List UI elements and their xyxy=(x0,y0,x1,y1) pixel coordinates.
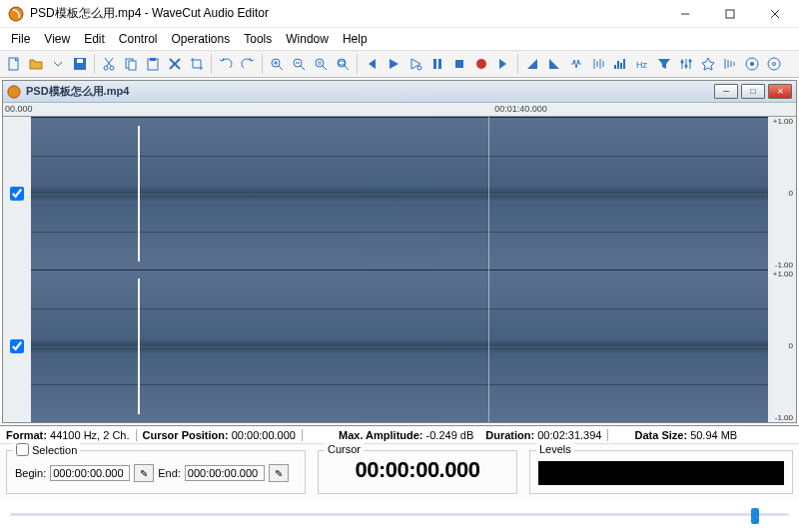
status-dur-label: Duration: xyxy=(485,429,534,441)
doc-maximize-button[interactable]: □ xyxy=(741,84,765,99)
time-label-start: 00.000 xyxy=(5,104,33,114)
svg-point-35 xyxy=(681,61,684,64)
status-cursor-value: 00:00:00.000 xyxy=(232,429,296,441)
status-format-value: 44100 Hz, 2 Ch. xyxy=(50,429,130,441)
svg-point-37 xyxy=(689,60,692,63)
status-format-label: Format: xyxy=(6,429,47,441)
toolbar: Hz xyxy=(0,50,799,78)
selection-enable-checkbox[interactable] xyxy=(16,443,29,456)
channel-checks xyxy=(3,117,31,422)
copy-icon[interactable] xyxy=(121,54,141,74)
doc-close-button[interactable]: ✕ xyxy=(768,84,792,99)
save-icon[interactable] xyxy=(70,54,90,74)
play-loop-icon[interactable] xyxy=(405,54,425,74)
menu-operations[interactable]: Operations xyxy=(165,32,238,46)
paste-icon[interactable] xyxy=(143,54,163,74)
cursor-time-display: 00:00:00.000 xyxy=(327,457,508,483)
svg-text:Hz: Hz xyxy=(636,60,647,70)
levels-group: Levels xyxy=(529,450,793,494)
selection-legend: Selection xyxy=(32,444,77,456)
menu-tools[interactable]: Tools xyxy=(237,32,279,46)
open-folder-icon[interactable] xyxy=(26,54,46,74)
svg-rect-13 xyxy=(150,58,156,61)
y-label: +1.00 xyxy=(773,117,793,126)
stop-icon[interactable] xyxy=(449,54,469,74)
settings-icon[interactable] xyxy=(742,54,762,74)
cursor-group: Cursor 00:00:00.000 xyxy=(318,450,517,494)
waveform-area[interactable] xyxy=(31,117,768,422)
effects-icon[interactable] xyxy=(698,54,718,74)
menu-view[interactable]: View xyxy=(37,32,77,46)
zoom-out-icon[interactable] xyxy=(289,54,309,74)
svg-point-0 xyxy=(9,7,23,21)
fade-out-icon[interactable] xyxy=(544,54,564,74)
waveform-channel-2[interactable] xyxy=(31,269,768,422)
equalizer-icon[interactable] xyxy=(610,54,630,74)
new-file-icon[interactable] xyxy=(4,54,24,74)
status-dur-value: 00:02:31.394 xyxy=(537,429,601,441)
bottom-panel: Selection Begin: ✎ End: ✎ Cursor 00:00:0… xyxy=(0,443,799,500)
svg-rect-30 xyxy=(433,59,436,69)
menu-control[interactable]: Control xyxy=(112,32,165,46)
status-amp-value: -0.249 dB xyxy=(426,429,474,441)
svg-rect-25 xyxy=(318,61,322,65)
zoom-fit-icon[interactable] xyxy=(333,54,353,74)
channel-2-checkbox[interactable] xyxy=(10,339,24,353)
selection-end-label: End: xyxy=(158,467,181,479)
reverb-icon[interactable] xyxy=(720,54,740,74)
svg-line-21 xyxy=(301,66,305,70)
dropdown-arrow-icon[interactable] xyxy=(48,54,68,74)
doc-minimize-button[interactable]: ─ xyxy=(714,84,738,99)
menu-file[interactable]: File xyxy=(4,32,37,46)
selection-begin-input[interactable] xyxy=(50,465,130,481)
zoom-slider-thumb[interactable] xyxy=(751,508,759,524)
svg-rect-7 xyxy=(77,59,83,63)
svg-point-33 xyxy=(476,59,486,69)
frequency-icon[interactable]: Hz xyxy=(632,54,652,74)
timeline-ruler[interactable]: 00.000 00:01:40.000 xyxy=(3,103,796,117)
skip-end-icon[interactable] xyxy=(493,54,513,74)
y-label: -1.00 xyxy=(775,261,793,269)
zoom-slider-row xyxy=(0,500,799,524)
crop-icon[interactable] xyxy=(187,54,207,74)
normalize-icon[interactable] xyxy=(566,54,586,74)
mixer-icon[interactable] xyxy=(676,54,696,74)
play-icon[interactable] xyxy=(384,54,403,74)
selection-end-input[interactable] xyxy=(185,465,265,481)
selection-end-pick-button[interactable]: ✎ xyxy=(269,464,289,482)
svg-line-27 xyxy=(345,66,349,70)
pause-icon[interactable] xyxy=(427,54,447,74)
status-bar: Format: 44100 Hz, 2 Ch. Cursor Position:… xyxy=(0,425,799,443)
menu-edit[interactable]: Edit xyxy=(77,32,112,46)
menu-help[interactable]: Help xyxy=(336,32,375,46)
record-icon[interactable] xyxy=(471,54,491,74)
svg-rect-32 xyxy=(455,60,463,68)
channel-1-checkbox[interactable] xyxy=(10,187,24,201)
zoom-in-icon[interactable] xyxy=(267,54,287,74)
menu-bar: File View Edit Control Operations Tools … xyxy=(0,28,799,50)
levels-legend: Levels xyxy=(539,443,571,455)
svg-rect-11 xyxy=(129,61,136,70)
fade-in-icon[interactable] xyxy=(522,54,542,74)
menu-window[interactable]: Window xyxy=(279,32,336,46)
close-button[interactable] xyxy=(752,0,797,28)
title-bar: PSD模板怎么用.mp4 - WaveCut Audio Editor xyxy=(0,0,799,28)
selection-begin-label: Begin: xyxy=(15,467,46,479)
cd-icon[interactable] xyxy=(764,54,784,74)
svg-point-42 xyxy=(8,85,20,97)
delete-icon[interactable] xyxy=(165,54,185,74)
filter-icon[interactable] xyxy=(654,54,674,74)
undo-icon[interactable] xyxy=(216,54,236,74)
waveform-channel-1[interactable] xyxy=(31,117,768,269)
zoom-slider-track[interactable] xyxy=(10,513,789,516)
y-label: 0 xyxy=(789,189,793,198)
selection-begin-pick-button[interactable]: ✎ xyxy=(134,464,154,482)
maximize-button[interactable] xyxy=(707,0,752,28)
redo-icon[interactable] xyxy=(238,54,258,74)
minimize-button[interactable] xyxy=(662,0,707,28)
zoom-selection-icon[interactable] xyxy=(311,54,331,74)
cut-icon[interactable] xyxy=(99,54,119,74)
amplify-icon[interactable] xyxy=(588,54,608,74)
skip-start-icon[interactable] xyxy=(362,54,382,74)
document-title-bar: PSD模板怎么用.mp4 ─ □ ✕ xyxy=(3,81,796,103)
